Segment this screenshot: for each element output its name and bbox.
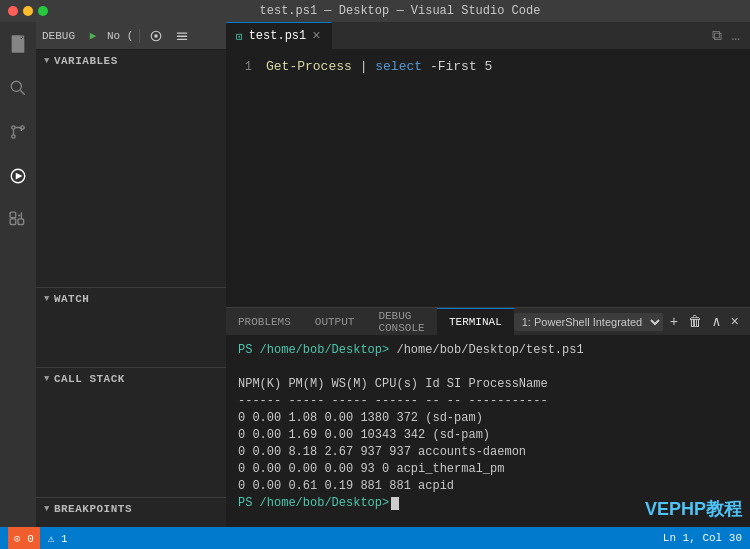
editor-area: ⊡ test.ps1 × ⧉ … 1 Get-Process | select … [226,22,750,527]
tab-debug-console[interactable]: DEBUG CONSOLE [366,308,437,335]
tab-terminal[interactable]: TERMINAL [437,308,514,335]
watch-arrow-icon: ▼ [44,294,50,304]
more-actions-button[interactable]: … [728,28,744,44]
activity-search-icon[interactable] [0,70,36,106]
svg-rect-10 [18,219,24,225]
breakpoints-header[interactable]: ▼ BREAKPOINTS [36,498,226,520]
activity-git-icon[interactable] [0,114,36,150]
activity-extensions-icon[interactable] [0,202,36,238]
activity-bar [0,22,36,527]
variables-arrow-icon: ▼ [44,56,50,66]
debug-menu-button[interactable] [172,26,192,46]
terminal-prompt-text: PS /home/bob/Desktop> [238,343,389,357]
tab-output[interactable]: OUTPUT [303,308,367,335]
maximize-button[interactable] [38,6,48,16]
terminal-line-prompt1: PS /home/bob/Desktop> /home/bob/Desktop/… [238,342,738,359]
svg-rect-12 [177,32,188,33]
terminal-prompt2-text: PS /home/bob/Desktop> [238,496,389,510]
code-line-1: Get-Process | select -First 5 [266,58,746,76]
tab-right-buttons: ⧉ … [708,22,750,49]
debug-no-label: No ( [107,30,133,42]
status-debug-indicator[interactable]: ⊙ 0 [8,527,40,549]
svg-point-3 [12,126,15,129]
terminal-trash-icon[interactable]: 🗑 [685,314,705,330]
tab-close-icon[interactable]: × [312,29,320,43]
status-bar: ⊙ 0 ⚠ 1 Ln 1, Col 30 [0,527,750,549]
debug-play-button[interactable]: ▶ [83,26,103,46]
svg-rect-13 [177,35,188,36]
callstack-section: ▼ CALL STACK [36,367,226,497]
sidebar: DEBUG ▶ No ( ▼ VARIABLES ▼ W [36,22,226,527]
svg-rect-9 [10,212,16,218]
sidebar-bottom: ▼ WATCH ▼ CALL STACK ▼ BREAKPOINTS [36,287,226,527]
debug-settings-button[interactable] [146,26,166,46]
tab-file-icon: ⊡ [236,30,243,43]
debug-toolbar: DEBUG ▶ No ( [36,22,226,50]
terminal-data-row-2: 0 0.00 1.69 0.00 10343 342 (sd-pam) [238,427,738,444]
kw-select: select [375,59,422,74]
terminal-data-row-3: 0 0.00 8.18 2.67 937 937 accounts-daemon [238,444,738,461]
variables-header[interactable]: ▼ VARIABLES [36,50,226,72]
code-content[interactable]: Get-Process | select -First 5 [262,58,750,299]
pipe-op: | [360,59,376,74]
svg-point-4 [12,135,15,138]
status-warning[interactable]: ⚠ 1 [48,532,68,545]
terminal-data-row-4: 0 0.00 0.00 0.00 93 0 acpi_thermal_pm [238,461,738,478]
terminal-blank [238,359,738,376]
terminal-cmd1: /home/bob/Desktop/test.ps1 [389,343,583,357]
main-layout: DEBUG ▶ No ( ▼ VARIABLES ▼ W [0,22,750,527]
debug-label: DEBUG [42,30,75,42]
status-left: ⊙ 0 ⚠ 1 [8,527,68,549]
terminal-add-icon[interactable]: + [667,314,681,330]
tab-problems[interactable]: PROBLEMS [226,308,303,335]
tab-bar: ⊡ test.ps1 × ⧉ … [226,22,750,50]
bottom-panel: PROBLEMS OUTPUT DEBUG CONSOLE TERMINAL 1… [226,307,750,527]
variables-section: ▼ VARIABLES [36,50,226,287]
callstack-arrow-icon: ▼ [44,374,50,384]
tab-label: test.ps1 [249,29,307,43]
status-right: Ln 1, Col 30 [663,532,742,544]
terminal-data-row-5: 0 0.00 0.61 0.19 881 881 acpid [238,478,738,495]
status-position[interactable]: Ln 1, Col 30 [663,532,742,544]
svg-marker-7 [16,173,23,180]
terminal-selector[interactable]: 1: PowerShell Integrated [514,313,663,331]
svg-line-2 [20,90,25,95]
code-editor[interactable]: 1 Get-Process | select -First 5 [226,50,750,307]
callstack-header[interactable]: ▼ CALL STACK [36,368,226,390]
terminal-cursor [391,497,399,510]
svg-rect-14 [177,38,188,39]
split-editor-button[interactable]: ⧉ [708,28,726,44]
flag-first: -First 5 [430,59,492,74]
terminal-chevron-up-icon[interactable]: ∧ [709,313,723,330]
svg-point-1 [11,81,21,91]
close-button[interactable] [8,6,18,16]
breakpoints-arrow-icon: ▼ [44,504,50,514]
svg-rect-8 [10,219,16,225]
terminal-data-row-1: 0 0.00 1.08 0.00 1380 372 (sd-pam) [238,410,738,427]
window-controls[interactable] [8,6,48,16]
line-numbers: 1 [226,58,262,299]
editor-tab-test-ps1[interactable]: ⊡ test.ps1 × [226,22,332,49]
watch-header[interactable]: ▼ WATCH [36,288,226,310]
debug-separator [139,29,140,43]
cmdlet-get-process: Get-Process [266,59,352,74]
watch-section: ▼ WATCH [36,287,226,367]
activity-explorer-icon[interactable] [0,26,36,62]
minimize-button[interactable] [23,6,33,16]
terminal-sep-row: ------ ----- ----- ------ -- -- --------… [238,393,738,410]
activity-debug-icon[interactable] [0,158,36,194]
window-title: test.ps1 — Desktop — Visual Studio Code [58,4,742,18]
panel-tabs: PROBLEMS OUTPUT DEBUG CONSOLE TERMINAL 1… [226,308,750,336]
panel-tab-right-controls: 1: PowerShell Integrated + 🗑 ∧ × [514,308,750,335]
svg-point-11 [155,34,159,38]
terminal-header-row: NPM(K) PM(M) WS(M) CPU(s) Id SI ProcessN… [238,376,738,393]
terminal-close-icon[interactable]: × [728,314,742,330]
breakpoints-section: ▼ BREAKPOINTS [36,497,226,527]
watermark: VEPHP教程 [645,497,742,521]
titlebar: test.ps1 — Desktop — Visual Studio Code [0,0,750,22]
